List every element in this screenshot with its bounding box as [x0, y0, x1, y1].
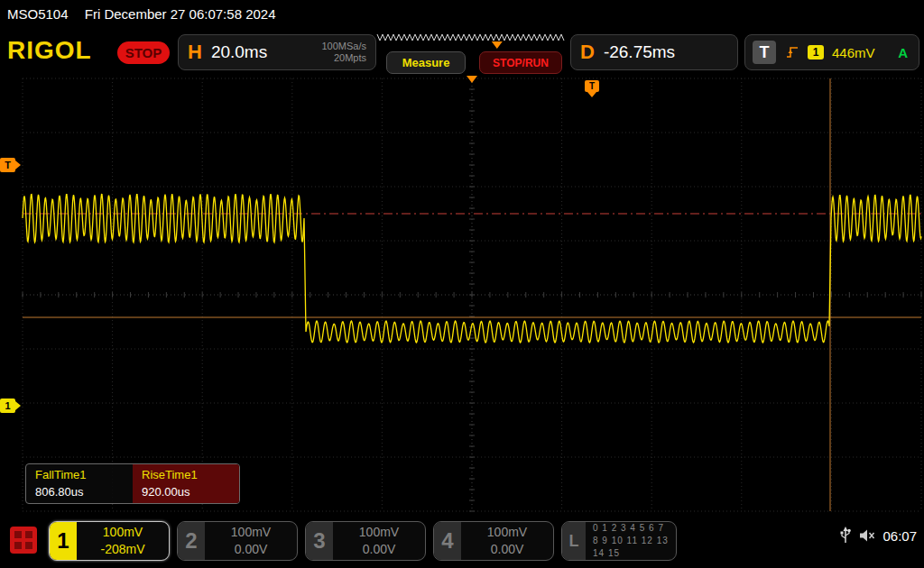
channel1-control[interactable]: 1 100mV -208mV [49, 521, 170, 561]
trigger-position-flag[interactable]: T [585, 80, 599, 92]
channel4-number-badge: 4 [434, 522, 461, 560]
risetime-value: 920.00us [133, 483, 239, 503]
header-bar: RIGOL STOP H 20.0ms 100MSa/s 20Mpts Meas… [0, 29, 924, 76]
channel4-control[interactable]: 4 100mV 0.00V [433, 521, 554, 561]
scope-display-area: T T 1 FallTime1 806.80us RiseTime1 920.0… [0, 76, 924, 514]
status-icons: 06:07 [839, 527, 917, 545]
horizontal-center-marker-icon[interactable] [467, 76, 477, 83]
trigger-coupling-value: A [898, 45, 908, 60]
trigger-slope-icon [785, 45, 799, 60]
horizontal-position-strip[interactable] [375, 32, 568, 50]
memory-depth-value: 20Mpts [334, 52, 366, 63]
sample-rate-value: 100MSa/s [321, 41, 366, 51]
channel1-scale: 100mV [77, 524, 169, 541]
channel1-ground-marker[interactable]: 1 [0, 399, 15, 413]
logic-row-8-15: 8 9 10 11 12 13 14 15 [593, 535, 676, 560]
risetime-label: RiseTime1 [133, 464, 239, 483]
trigger-level-marker[interactable]: T [0, 158, 15, 172]
clock-label: 06:07 [882, 528, 917, 544]
trigger-level-value: 446mV [832, 45, 875, 60]
logic-badge: L [562, 522, 586, 560]
channel2-number-badge: 2 [178, 522, 205, 560]
channel3-control[interactable]: 3 100mV 0.00V [305, 521, 426, 561]
graticule [23, 78, 921, 511]
channel2-values: 100mV 0.00V [205, 522, 297, 560]
timebase-value: 20.0ms [211, 42, 267, 62]
channel3-scale: 100mV [333, 524, 425, 541]
channel3-values: 100mV 0.00V [333, 522, 425, 560]
channel-status-bar: 1 100mV -208mV 2 100mV 0.00V 3 100mV 0.0… [0, 514, 924, 568]
memory-preview-icon [375, 32, 568, 50]
measurement-falltime[interactable]: FallTime1 806.80us [26, 464, 133, 503]
model-label: MSO5104 [7, 6, 69, 22]
waveform-display [0, 76, 924, 514]
channel1-number-badge: 1 [50, 522, 77, 560]
channel4-values: 100mV 0.00V [461, 522, 553, 560]
trigger-block[interactable]: T 1 446mV A [744, 34, 919, 70]
delay-block[interactable]: D -26.75ms [570, 34, 738, 70]
falltime-label: FallTime1 [26, 464, 133, 483]
channel4-scale: 100mV [461, 524, 553, 541]
rigol-logo: RIGOL [7, 36, 92, 65]
oscilloscope-screen: MSO5104 Fri December 27 06:07:58 2024 RI… [0, 0, 924, 568]
channel2-offset: 0.00V [205, 541, 297, 558]
horizontal-settings-block[interactable]: H 20.0ms 100MSa/s 20Mpts [178, 34, 376, 70]
trigger-badge: T [753, 41, 776, 64]
stop-run-button[interactable]: STOP/RUN [479, 51, 562, 74]
measurement-panel[interactable]: FallTime1 806.80us RiseTime1 920.00us [25, 463, 240, 504]
logic-channel-list: 0 1 2 3 4 5 6 7 8 9 10 11 12 13 14 15 [586, 522, 676, 560]
channel2-scale: 100mV [205, 524, 297, 541]
acquisition-info: 100MSa/s 20Mpts [321, 41, 375, 64]
measure-button[interactable]: Measure [386, 51, 466, 74]
usb-icon [839, 527, 852, 545]
channel1-offset: -208mV [77, 541, 169, 558]
channel2-control[interactable]: 2 100mV 0.00V [177, 521, 298, 561]
run-state-badge: STOP [117, 41, 170, 64]
falltime-value: 806.80us [26, 483, 133, 503]
channel4-offset: 0.00V [461, 541, 553, 558]
delay-badge: D [580, 41, 595, 64]
top-status-bar: MSO5104 Fri December 27 06:07:58 2024 [0, 0, 924, 29]
logic-row-0-7: 0 1 2 3 4 5 6 7 [593, 522, 676, 535]
channel1-values: 100mV -208mV [77, 522, 169, 560]
trigger-source-badge: 1 [808, 45, 824, 60]
datetime-label: Fri December 27 06:07:58 2024 [85, 6, 276, 22]
speaker-muted-icon[interactable] [859, 528, 875, 543]
logic-analyzer-control[interactable]: L 0 1 2 3 4 5 6 7 8 9 10 11 12 13 14 15 [561, 521, 677, 561]
chann3-offset: 0.00V [333, 541, 425, 558]
rigol-menu-icon[interactable] [9, 526, 38, 554]
measurement-risetime[interactable]: RiseTime1 920.00us [133, 464, 239, 503]
channel3-number-badge: 3 [306, 522, 333, 560]
horizontal-badge: H [188, 41, 202, 64]
delay-value: -26.75ms [604, 42, 675, 62]
